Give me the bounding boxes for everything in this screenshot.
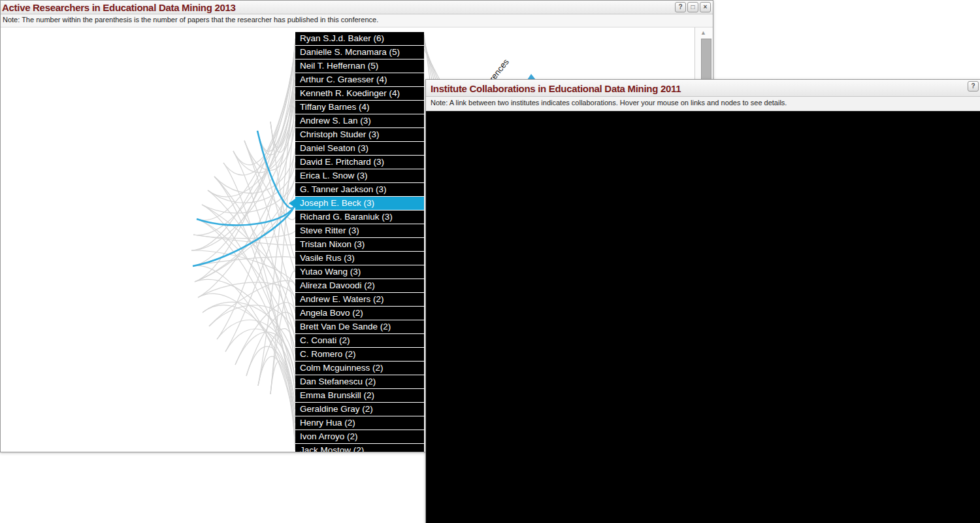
- desktop: Active Researchers in Educational Data M…: [0, 0, 980, 523]
- collaborations-window: Institute Collaborations in Educational …: [425, 79, 980, 523]
- researcher-row[interactable]: Tiffany Barnes (4): [295, 101, 424, 114]
- researcher-row[interactable]: Daniel Seaton (3): [295, 142, 424, 155]
- selected-row-arrow-icon: [289, 199, 295, 208]
- researcher-row[interactable]: Neil T. Heffernan (5): [295, 59, 424, 73]
- researcher-row[interactable]: Emma Brunskill (2): [295, 389, 424, 402]
- researcher-row-selected[interactable]: Joseph E. Beck (3): [295, 197, 424, 210]
- researcher-list: Ryan S.J.d. Baker (6)Danielle S. Mcnamar…: [295, 32, 424, 452]
- researcher-row[interactable]: Steve Ritter (3): [295, 224, 424, 237]
- researcher-row[interactable]: Ivon Arroyo (2): [295, 430, 424, 443]
- researcher-row[interactable]: Jack Mostow (2): [295, 444, 424, 452]
- researcher-row[interactable]: Vasile Rus (3): [295, 252, 424, 265]
- scroll-up-icon[interactable]: ▲: [700, 29, 706, 36]
- help-button[interactable]: ?: [968, 81, 979, 92]
- researcher-row[interactable]: Alireza Davoodi (2): [295, 279, 424, 292]
- keyword-link[interactable]: [193, 80, 295, 235]
- researcher-row[interactable]: Henry Hua (2): [295, 416, 424, 430]
- researcher-row[interactable]: Andrew E. Waters (2): [295, 293, 424, 306]
- keyword-link: [424, 49, 440, 80]
- keyword-link[interactable]: [246, 346, 295, 423]
- researcher-row[interactable]: C. Romero (2): [295, 348, 424, 361]
- researcher-row[interactable]: Danielle S. Mcnamara (5): [295, 46, 424, 59]
- collaborations-note: Note: A link between two institutes indi…: [426, 97, 980, 111]
- world-collaboration-map: [426, 111, 980, 523]
- researcher-row[interactable]: C. Conati (2): [295, 334, 424, 347]
- researcher-row[interactable]: Colm Mcguinness (2): [295, 362, 424, 375]
- collaborations-window-title: Institute Collaborations in Educational …: [426, 80, 681, 94]
- collaborations-window-titlebar[interactable]: Institute Collaborations in Educational …: [426, 80, 980, 97]
- researcher-row[interactable]: Christoph Studer (3): [295, 128, 424, 141]
- researcher-row[interactable]: Ryan S.J.d. Baker (6): [295, 32, 424, 45]
- researcher-row[interactable]: Arthur C. Graesser (4): [295, 73, 424, 86]
- researcher-row[interactable]: Geraldine Gray (2): [295, 403, 424, 416]
- researcher-row[interactable]: Kenneth R. Koedinger (4): [295, 87, 424, 100]
- researcher-row[interactable]: Yutao Wang (3): [295, 265, 424, 278]
- researcher-row[interactable]: Brett Van De Sande (2): [295, 320, 424, 333]
- researcher-row[interactable]: Erica L. Snow (3): [295, 169, 424, 182]
- researcher-row[interactable]: Tristan Nixon (3): [295, 238, 424, 251]
- keyword-link[interactable]: [225, 329, 295, 396]
- keyword-link[interactable]: [197, 219, 295, 354]
- researcher-row[interactable]: Richard G. Baraniuk (3): [295, 211, 424, 224]
- researcher-row[interactable]: Dan Stefanescu (2): [295, 375, 424, 388]
- keyword-link[interactable]: [203, 305, 295, 409]
- researcher-row[interactable]: Angela Bovo (2): [295, 307, 424, 320]
- researcher-row[interactable]: David E. Pritchard (3): [295, 156, 424, 169]
- researcher-row[interactable]: G. Tanner Jackson (3): [295, 183, 424, 196]
- keyword-link[interactable]: [258, 356, 295, 450]
- researcher-row[interactable]: Andrew S. Lan (3): [295, 114, 424, 127]
- keyword-link[interactable]: [208, 93, 295, 197]
